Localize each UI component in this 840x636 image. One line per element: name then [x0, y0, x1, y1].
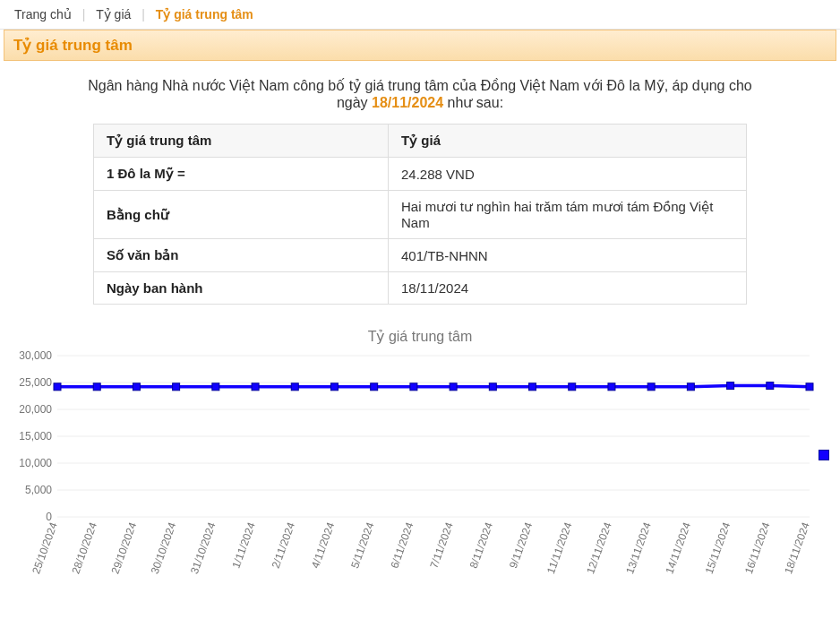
svg-text:14/11/2024: 14/11/2024 — [663, 520, 693, 576]
svg-rect-36 — [133, 383, 140, 391]
table-row-value: Hai mươi tư nghìn hai trăm tám mươi tám … — [389, 191, 747, 239]
breadcrumb-rates[interactable]: Tỷ giá — [90, 7, 136, 21]
svg-rect-48 — [608, 383, 615, 391]
svg-rect-43 — [410, 383, 417, 391]
table-row-label: Bằng chữ — [94, 191, 389, 239]
svg-text:13/11/2024: 13/11/2024 — [623, 520, 654, 576]
chart-title: Tỷ giá trung tâm — [0, 328, 840, 345]
svg-text:5,000: 5,000 — [25, 484, 52, 496]
rate-table: Tỷ giá trung tâm Tỷ giá 1 Đô la Mỹ = 24.… — [93, 124, 747, 305]
page-title: Tỷ giá trung tâm — [4, 30, 836, 61]
svg-rect-39 — [252, 383, 259, 391]
chart-canvas: 05,00010,00015,00020,00025,00030,00025/1… — [5, 347, 836, 633]
svg-text:31/10/2024: 31/10/2024 — [188, 520, 219, 576]
svg-text:8/11/2024: 8/11/2024 — [467, 520, 496, 570]
svg-text:6/11/2024: 6/11/2024 — [388, 520, 416, 570]
svg-rect-51 — [727, 382, 734, 390]
table-row-label: Số văn bản — [94, 239, 389, 272]
svg-text:30,000: 30,000 — [19, 349, 52, 362]
svg-rect-47 — [569, 383, 576, 391]
content: Ngân hàng Nhà nước Việt Nam công bố tỷ g… — [0, 61, 840, 322]
svg-text:5/11/2024: 5/11/2024 — [348, 520, 377, 570]
svg-text:20,000: 20,000 — [19, 403, 52, 416]
breadcrumb-central-rate: Tỷ giá trung tâm — [150, 7, 259, 21]
breadcrumb-sep: | — [81, 7, 88, 21]
table-row-value: 18/11/2024 — [389, 272, 747, 305]
table-head-left: Tỷ giá trung tâm — [94, 125, 389, 158]
table-row: Số văn bản 401/TB-NHNN — [94, 239, 747, 272]
svg-text:1/11/2024: 1/11/2024 — [229, 520, 258, 570]
svg-text:10,000: 10,000 — [19, 457, 52, 469]
svg-rect-49 — [647, 383, 655, 391]
svg-text:28/10/2024: 28/10/2024 — [69, 520, 99, 576]
svg-rect-37 — [173, 383, 180, 391]
svg-text:29/10/2024: 29/10/2024 — [109, 520, 140, 576]
table-row-label: 1 Đô la Mỹ = — [94, 158, 389, 191]
svg-rect-42 — [371, 383, 378, 391]
announcement: Ngân hàng Nhà nước Việt Nam công bố tỷ g… — [45, 70, 795, 124]
svg-rect-38 — [212, 383, 219, 391]
announce-post: như sau: — [448, 95, 503, 110]
svg-text:18/11/2024: 18/11/2024 — [782, 520, 812, 576]
breadcrumb: Trang chủ | Tỷ giá | Tỷ giá trung tâm — [0, 0, 840, 30]
svg-rect-41 — [330, 383, 338, 391]
table-row: Bằng chữ Hai mươi tư nghìn hai trăm tám … — [94, 191, 747, 239]
svg-text:9/11/2024: 9/11/2024 — [507, 520, 536, 570]
svg-text:12/11/2024: 12/11/2024 — [584, 520, 614, 576]
table-row-value: 24.288 VND — [389, 158, 747, 191]
svg-text:16/11/2024: 16/11/2024 — [742, 520, 773, 576]
svg-rect-35 — [93, 383, 100, 391]
table-row: Ngày ban hành 18/11/2024 — [94, 272, 747, 305]
svg-rect-44 — [450, 383, 457, 391]
legend-marker-icon — [819, 450, 829, 460]
table-row-label: Ngày ban hành — [94, 272, 389, 305]
svg-rect-34 — [54, 383, 61, 391]
svg-text:30/10/2024: 30/10/2024 — [149, 520, 179, 576]
svg-text:2/11/2024: 2/11/2024 — [270, 520, 298, 570]
svg-text:15,000: 15,000 — [19, 430, 52, 443]
announce-date: 18/11/2024 — [372, 95, 443, 110]
svg-rect-46 — [529, 383, 536, 391]
svg-rect-53 — [806, 383, 813, 391]
breadcrumb-sep: | — [140, 7, 147, 21]
svg-text:25/10/2024: 25/10/2024 — [30, 520, 60, 576]
svg-text:4/11/2024: 4/11/2024 — [309, 520, 338, 570]
svg-text:25,000: 25,000 — [19, 376, 52, 389]
svg-text:15/11/2024: 15/11/2024 — [703, 520, 733, 576]
table-row: 1 Đô la Mỹ = 24.288 VND — [94, 158, 747, 191]
breadcrumb-home[interactable]: Trang chủ — [9, 7, 77, 21]
svg-rect-50 — [687, 383, 694, 391]
table-head-right: Tỷ giá — [389, 125, 747, 158]
svg-rect-52 — [767, 382, 774, 390]
table-row-value: 401/TB-NHNN — [389, 239, 747, 272]
svg-text:7/11/2024: 7/11/2024 — [428, 520, 457, 570]
chart: 05,00010,00015,00020,00025,00030,00025/1… — [5, 347, 835, 633]
svg-rect-45 — [489, 383, 496, 391]
svg-text:11/11/2024: 11/11/2024 — [544, 520, 575, 576]
svg-rect-40 — [291, 383, 298, 391]
